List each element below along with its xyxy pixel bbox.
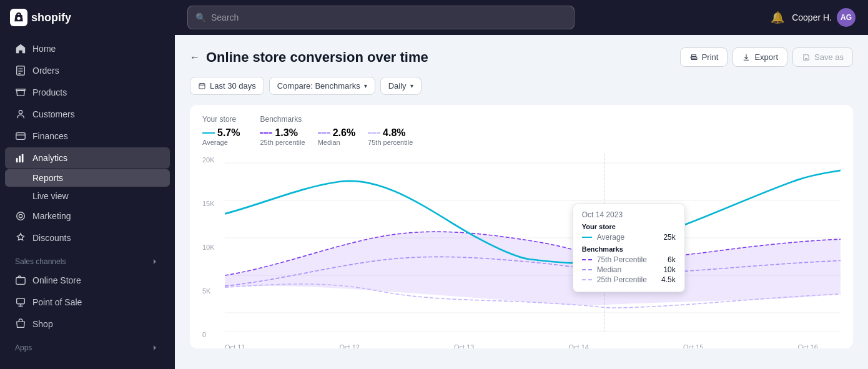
save-icon <box>802 53 811 62</box>
median-value: 2.6% <box>318 127 355 139</box>
back-button[interactable]: ← <box>190 52 200 63</box>
svg-rect-12 <box>16 278 25 285</box>
svg-point-11 <box>19 214 22 217</box>
your-store-legend: Your store 5.7% Average <box>202 115 240 146</box>
tooltip-benchmarks-title: Benchmarks <box>582 245 676 253</box>
shopify-logo[interactable]: shopify <box>10 9 71 26</box>
svg-rect-8 <box>19 155 21 162</box>
tooltip-p75-value: 6k <box>668 255 676 264</box>
frequency-label: Daily <box>388 81 407 91</box>
marketing-icon <box>15 210 26 222</box>
header-actions: Print Export Save as <box>680 47 853 67</box>
compare-label: Compare: Benchmarks <box>277 81 360 91</box>
svg-rect-16 <box>199 84 205 89</box>
export-label: Export <box>754 52 778 62</box>
discounts-icon <box>15 232 26 244</box>
dash-line-icon <box>260 132 272 134</box>
topbar: 🔍 🔔 Cooper H. AG <box>175 0 868 35</box>
compare-filter[interactable]: Compare: Benchmarks ▾ <box>269 77 375 95</box>
print-button[interactable]: Print <box>680 47 728 67</box>
apps-section: Apps <box>0 335 175 355</box>
sidebar-item-reports[interactable]: Reports <box>5 169 170 187</box>
save-as-button[interactable]: Save as <box>792 47 853 67</box>
filter-row: Last 30 days Compare: Benchmarks ▾ Daily… <box>190 77 853 95</box>
user-menu[interactable]: Cooper H. AG <box>792 8 856 27</box>
p25-label: 25th percentile <box>260 139 305 146</box>
sidebar-label-home: Home <box>32 44 56 54</box>
sidebar-item-marketing[interactable]: Marketing <box>5 205 170 227</box>
tooltip-average-label: Average <box>582 233 624 242</box>
date-range-filter[interactable]: Last 30 days <box>190 77 264 95</box>
page-header: ← Online store conversion over time Prin… <box>190 47 853 67</box>
page-title-row: ← Online store conversion over time <box>190 49 428 66</box>
benchmarks-legend: Benchmarks 1.3% 25th percentile 2.6% Med… <box>260 115 413 146</box>
chart-svg <box>225 154 841 341</box>
orders-icon <box>15 65 26 76</box>
calendar-icon <box>198 82 206 90</box>
sidebar-label-orders: Orders <box>32 66 59 76</box>
export-button[interactable]: Export <box>732 47 787 67</box>
search-bar-container[interactable]: 🔍 <box>187 6 575 29</box>
sidebar-item-point-of-sale[interactable]: Point of Sale <box>5 292 170 313</box>
svg-rect-7 <box>16 158 18 162</box>
tooltip-median-value: 10k <box>663 265 675 274</box>
sidebar-item-online-store[interactable]: Online Store <box>5 270 170 291</box>
p75-value: 4.8% <box>368 127 413 139</box>
shop-icon <box>15 318 26 330</box>
y-label-5k: 5K <box>202 287 225 295</box>
sidebar-item-orders[interactable]: Orders <box>5 60 170 81</box>
sidebar-navigation: Home Orders Products Customers <box>0 35 175 369</box>
median-label: Median <box>318 139 355 146</box>
tooltip-date: Oct 14 2023 <box>582 210 676 219</box>
sidebar-item-shop[interactable]: Shop <box>5 313 170 335</box>
page-title: Online store conversion over time <box>206 49 428 66</box>
tooltip-p75-label: 75th Percentile <box>582 255 647 264</box>
tooltip-median-line <box>582 269 592 270</box>
chart-tooltip: Oct 14 2023 Your store Average 25k Bench… <box>573 204 685 292</box>
avatar-initials: AG <box>841 13 852 22</box>
print-label: Print <box>702 52 719 62</box>
sidebar-item-liveview[interactable]: Live view <box>5 187 170 205</box>
x-label-oct12: Oct 12 <box>340 343 360 348</box>
chevron-down-icon: ▾ <box>364 82 367 89</box>
shopify-bag-icon <box>10 9 27 26</box>
notifications-button[interactable]: 🔔 <box>771 11 784 24</box>
sidebar-label-online-store: Online Store <box>32 275 81 285</box>
tooltip-your-store-title: Your store <box>582 223 676 230</box>
chart-legend: Your store 5.7% Average Benchmarks 1.3% … <box>202 115 841 146</box>
sidebar-item-discounts[interactable]: Discounts <box>5 227 170 248</box>
home-icon <box>15 43 26 54</box>
sidebar-item-home[interactable]: Home <box>5 38 170 59</box>
benchmarks-metrics: 1.3% 25th percentile 2.6% Median 4.8% 75… <box>260 127 413 146</box>
sidebar-item-products[interactable]: Products <box>5 82 170 103</box>
chart-svg-area: 20K 15K 10K 5K 0 <box>202 154 841 341</box>
sidebar-item-customers[interactable]: Customers <box>5 104 170 125</box>
search-input[interactable] <box>211 12 566 22</box>
y-label-10k: 10K <box>202 244 225 251</box>
benchmarks-label: Benchmarks <box>260 115 413 124</box>
chevron-down-icon: ▾ <box>410 82 413 89</box>
x-label-oct11: Oct 11 <box>225 343 245 348</box>
topbar-right: 🔔 Cooper H. AG <box>771 8 856 27</box>
frequency-filter[interactable]: Daily ▾ <box>380 77 422 95</box>
average-label: Average <box>202 139 240 146</box>
y-label-15k: 15K <box>202 200 225 207</box>
y-label-0: 0 <box>202 331 225 338</box>
dash3-line-icon <box>368 132 380 134</box>
sidebar-label-discounts: Discounts <box>32 233 71 243</box>
online-store-icon <box>15 275 26 286</box>
save-as-label: Save as <box>814 52 844 62</box>
sidebar-item-finances[interactable]: Finances <box>5 125 170 147</box>
sidebar-label-pos: Point of Sale <box>32 297 82 307</box>
tooltip-average-row: Average 25k <box>582 233 676 242</box>
sidebar-label-analytics: Analytics <box>32 153 67 163</box>
sidebar: shopify Home Orders Products <box>0 0 175 369</box>
svg-rect-9 <box>22 154 24 163</box>
median-metric: 2.6% Median <box>318 127 355 146</box>
sidebar-item-analytics[interactable]: Analytics <box>5 147 170 169</box>
x-label-oct13: Oct 13 <box>454 343 474 348</box>
x-axis: Oct 11 Oct 12 Oct 13 Oct 14 Oct 15 Oct 1… <box>202 341 841 348</box>
print-icon <box>689 53 698 62</box>
dash2-line-icon <box>318 132 330 134</box>
pos-icon <box>15 297 26 308</box>
